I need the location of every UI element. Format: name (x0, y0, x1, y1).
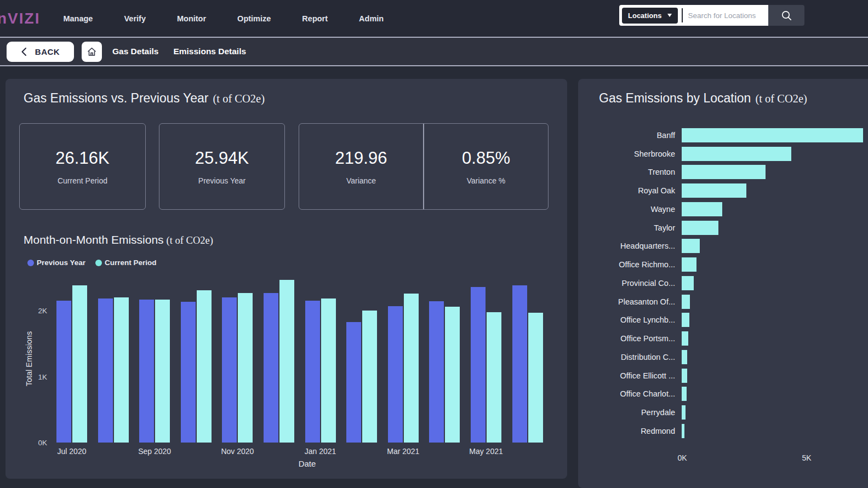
kpi-previous-year: 25.94K Previous Year (159, 123, 285, 210)
back-button[interactable]: BACK (7, 42, 74, 62)
location-bar[interactable] (682, 128, 863, 142)
home-icon (87, 47, 97, 57)
location-label: Royal Oak (578, 186, 675, 195)
location-row: Distribution C... (578, 348, 868, 366)
location-label: Wayne (578, 205, 675, 214)
month-bar-current-period[interactable] (114, 297, 129, 443)
month-bar-previous-year[interactable] (346, 322, 361, 443)
location-row: Pleasanton Of... (578, 292, 868, 311)
location-row: Office Charlot... (578, 385, 868, 404)
month-chart-x-tick: Mar 2021 (387, 447, 419, 456)
location-label: Office Ellicott ... (578, 371, 675, 380)
month-bar-current-period[interactable] (197, 290, 212, 443)
left-panel-title: Gas Emissions vs. Previous Year(t of CO2… (24, 91, 265, 106)
location-bar[interactable] (682, 183, 746, 198)
month-bar-previous-year[interactable] (429, 301, 444, 443)
location-row: Banff (578, 126, 868, 145)
location-bar[interactable] (682, 313, 689, 327)
month-bar-current-period[interactable] (404, 294, 419, 443)
top-nav: nVIZI Manage Verify Monitor Optimize Rep… (0, 0, 868, 37)
home-button[interactable] (82, 42, 102, 62)
tab-emissions-details[interactable]: Emissions Details (173, 47, 246, 56)
location-row: Redmond (578, 422, 868, 440)
location-bar[interactable] (682, 221, 718, 235)
location-bar[interactable] (682, 202, 722, 216)
location-bar[interactable] (682, 239, 700, 253)
location-label: Office Lynchb... (578, 315, 675, 324)
month-bar-current-period[interactable] (72, 285, 87, 443)
location-bar[interactable] (682, 295, 690, 309)
location-search: Locations (619, 5, 804, 26)
location-bar[interactable] (682, 387, 687, 401)
location-row: Perrydale (578, 403, 868, 422)
search-input[interactable] (688, 12, 762, 20)
kpi-label: Current Period (58, 176, 107, 185)
kpi-label: Previous Year (198, 176, 245, 185)
location-label: Provincial Co... (578, 279, 675, 288)
back-button-label: BACK (35, 47, 60, 56)
nav-item-manage[interactable]: Manage (63, 14, 93, 23)
location-bar[interactable] (682, 331, 688, 346)
month-bar-previous-year[interactable] (181, 302, 196, 443)
month-bar-previous-year[interactable] (98, 298, 113, 443)
month-bar-previous-year[interactable] (222, 297, 237, 443)
month-chart-plot-area: 0K1K2KJul 2020Sep 2020Nov 2020Jan 2021Ma… (54, 275, 561, 443)
location-bar[interactable] (682, 276, 694, 290)
month-bar-current-period[interactable] (321, 298, 336, 443)
month-bar-previous-year[interactable] (512, 285, 527, 443)
location-bar[interactable] (682, 165, 766, 179)
location-row: Sherbrooke (578, 145, 868, 163)
legend-dot-current-period (95, 260, 102, 266)
month-bar-current-period[interactable] (238, 293, 253, 443)
search-button[interactable] (768, 5, 804, 26)
nav-item-optimize[interactable]: Optimize (237, 14, 271, 23)
location-label: Office Portsm... (578, 334, 675, 343)
search-scope-dropdown[interactable]: Locations (622, 8, 678, 24)
nav-item-admin[interactable]: Admin (359, 14, 384, 23)
month-chart-x-axis-label: Date (54, 459, 561, 468)
kpi-variance-tile: 219.96 Variance 0.85% Variance % (299, 123, 549, 210)
legend-item-previous-year[interactable]: Previous Year (27, 259, 85, 267)
month-bar-previous-year[interactable] (305, 301, 320, 443)
location-bar[interactable] (682, 257, 696, 272)
tab-gas-details[interactable]: Gas Details (112, 47, 158, 56)
nav-item-monitor[interactable]: Monitor (177, 14, 206, 23)
month-chart-x-tick: Jan 2021 (305, 447, 336, 456)
nav-item-verify[interactable]: Verify (124, 14, 146, 23)
location-bar[interactable] (682, 147, 791, 161)
legend-item-current-period[interactable]: Current Period (95, 259, 157, 267)
nav-item-report[interactable]: Report (302, 14, 328, 23)
month-bar-previous-year[interactable] (264, 293, 278, 443)
kpi-label: Variance (346, 176, 376, 185)
kpi-variance: 219.96 Variance (299, 124, 423, 209)
month-chart-y-tick: 2K (38, 307, 47, 315)
location-row: Office Lynchb... (578, 311, 868, 330)
main-menu: Manage Verify Monitor Optimize Report Ad… (63, 14, 384, 23)
month-bar-current-period[interactable] (445, 307, 460, 443)
month-bar-previous-year[interactable] (471, 287, 486, 443)
kpi-current-period: 26.16K Current Period (19, 123, 146, 210)
search-divider (682, 8, 683, 22)
month-bar-current-period[interactable] (155, 300, 170, 443)
location-bar[interactable] (682, 350, 687, 364)
location-bar[interactable] (682, 424, 684, 438)
legend-label: Current Period (105, 259, 157, 267)
month-bar-previous-year[interactable] (139, 300, 154, 443)
location-label: Distribution C... (578, 353, 675, 361)
month-bar-previous-year[interactable] (56, 301, 71, 443)
right-panel-title: Gas Emissions by Location(t of CO2e) (599, 91, 807, 106)
month-bar-previous-year[interactable] (388, 306, 403, 443)
month-bar-current-period[interactable] (279, 280, 294, 443)
month-bar-current-period[interactable] (528, 313, 543, 443)
kpi-value: 26.16K (55, 148, 109, 168)
month-chart-legend: Previous Year Current Period (27, 259, 157, 267)
kpi-value: 0.85% (462, 148, 510, 168)
location-bar[interactable] (682, 369, 687, 383)
month-chart-x-tick: Nov 2020 (221, 447, 254, 456)
right-panel-title-text: Gas Emissions by Location (599, 91, 751, 105)
location-bar[interactable] (682, 405, 686, 420)
month-bar-current-period[interactable] (487, 312, 501, 443)
location-row: Taylor (578, 219, 868, 237)
month-bar-current-period[interactable] (362, 311, 377, 443)
search-field: Locations (619, 5, 768, 26)
